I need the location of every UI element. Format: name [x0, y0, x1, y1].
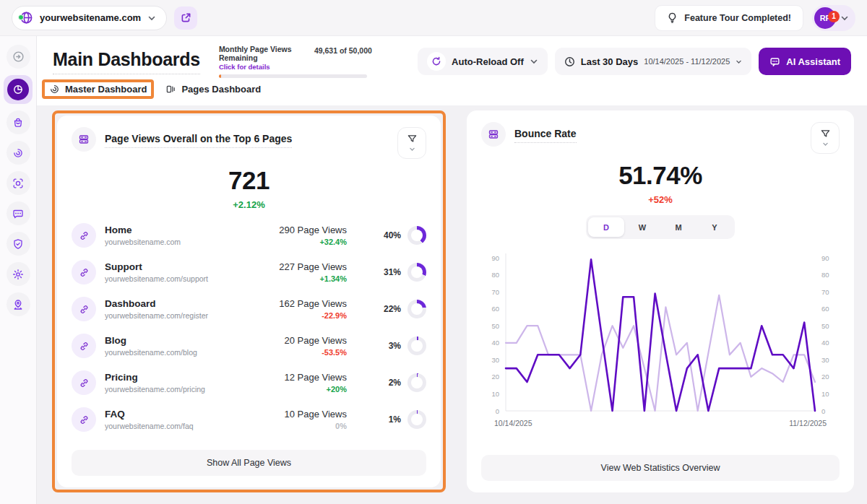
funnel-icon: [820, 129, 831, 139]
svg-text:70: 70: [821, 288, 829, 296]
show-all-page-views-button[interactable]: Show All Page Views: [72, 450, 426, 476]
page-name: Pricing: [105, 372, 205, 383]
filter-button[interactable]: [397, 127, 426, 159]
quota-label: Monthly Page Views Remaining: [219, 45, 309, 62]
annotation-box-card: Page Views Overall on the Top 6 Pages 72…: [52, 110, 446, 492]
chevron-down-icon: [840, 14, 849, 22]
tab-pages-dashboard[interactable]: Pages Dashboard: [165, 84, 261, 95]
dashboard-tabs: Master Dashboard Pages Dashboard: [37, 78, 867, 99]
link-icon: [72, 334, 96, 358]
card-title: Page Views Overall on the Top 6 Pages: [105, 133, 292, 148]
columns-icon: [165, 84, 176, 95]
svg-text:20: 20: [821, 373, 829, 381]
page-title: Main Dashboards: [53, 49, 200, 74]
chevron-down-icon: [147, 14, 156, 22]
sidebar-item-sessions[interactable]: [7, 141, 30, 165]
page-row[interactable]: Blog yourwebsitename.com/blog 20 Page Vi…: [72, 331, 426, 361]
ai-assistant-button[interactable]: AI Assistant: [759, 48, 851, 75]
svg-text:90: 90: [491, 254, 499, 262]
sidebar-item-security[interactable]: [7, 232, 30, 256]
page-views-count: 20 Page Views: [238, 335, 347, 346]
share-donut: [407, 410, 426, 429]
notification-badge: 1: [828, 11, 840, 22]
page-row[interactable]: FAQ yourwebsitename.com/faq 10 Page View…: [72, 404, 426, 435]
account-menu[interactable]: RF 1: [812, 5, 855, 31]
bounce-rate-chart: 0010102020303040405050606070708080909010…: [481, 248, 840, 430]
toggle-option-d[interactable]: D: [588, 217, 624, 237]
content-area: Page Views Overall on the Top 6 Pages 72…: [37, 105, 867, 504]
spiral-icon: [49, 84, 60, 95]
svg-text:40: 40: [491, 339, 499, 347]
pie-chart-icon: [7, 79, 29, 100]
link-icon: [72, 297, 96, 321]
server-stack-icon: [72, 127, 96, 152]
tab-label: Master Dashboard: [65, 84, 147, 95]
page-views-change: +1.34%: [238, 274, 347, 283]
header: Main Dashboards Monthly Page Views Remai…: [37, 36, 867, 105]
chevron-down-icon: [822, 141, 829, 147]
link-icon: [72, 223, 96, 248]
svg-text:70: 70: [491, 288, 499, 296]
svg-text:0: 0: [821, 407, 825, 415]
link-icon: [72, 260, 96, 284]
page-url: yourwebsitename.com/faq: [105, 422, 194, 430]
sidebar-item-location[interactable]: [7, 292, 30, 316]
auto-reload-dropdown[interactable]: Auto-Reload Off: [418, 48, 548, 75]
refresh-icon: [427, 52, 446, 71]
svg-text:60: 60: [821, 305, 829, 313]
page-views-count: 162 Page Views: [238, 298, 347, 309]
sidebar-toggle-button[interactable]: [7, 45, 30, 69]
filter-button[interactable]: [811, 122, 840, 154]
topbar: yourwebsitename.com Feature Tour Complet…: [0, 0, 867, 36]
page-row[interactable]: Pricing yourwebsitename.com/pricing 12 P…: [72, 368, 426, 398]
sidebar-item-settings[interactable]: [7, 262, 30, 286]
sidebar-item-dashboards[interactable]: [4, 75, 33, 104]
page-name: Blog: [105, 335, 197, 346]
view-web-statistics-button[interactable]: View Web Statistics Overview: [481, 455, 840, 481]
link-icon: [72, 407, 96, 432]
period-toggle: DWMY: [586, 215, 735, 239]
main-area: Main Dashboards Monthly Page Views Remai…: [37, 36, 867, 504]
clock-icon: [564, 56, 575, 67]
date-range-picker[interactable]: Last 30 Days 10/14/2025 - 11/12/2025: [555, 48, 752, 75]
sidebar-item-feedback[interactable]: [7, 201, 30, 225]
shopping-bag-icon: [12, 117, 24, 129]
date-range-label: Last 30 Days: [581, 56, 639, 67]
toggle-option-y[interactable]: Y: [696, 217, 733, 237]
svg-text:50: 50: [821, 322, 829, 330]
page-url: yourwebsitename.com/support: [105, 274, 208, 283]
page-name: FAQ: [105, 409, 194, 420]
page-row[interactable]: Support yourwebsitename.com/support 227 …: [72, 257, 426, 287]
site-selector[interactable]: yourwebsitename.com: [12, 6, 167, 30]
bounce-rate-change: +52%: [481, 194, 840, 205]
page-views-change: 0%: [238, 422, 347, 430]
gear-icon: [12, 269, 24, 280]
share-percent: 31%: [384, 267, 401, 277]
svg-text:30: 30: [491, 356, 499, 364]
total-page-views: 721: [72, 166, 426, 195]
globe-icon: [20, 11, 33, 25]
chevron-down-icon: [530, 57, 538, 66]
page-row[interactable]: Dashboard yourwebsitename.com/register 1…: [72, 294, 426, 324]
sidebar-item-store[interactable]: [7, 110, 30, 134]
page-views-change: -53.5%: [238, 348, 347, 357]
shield-check-icon: [12, 238, 24, 250]
external-link-icon: [181, 12, 191, 23]
open-site-button[interactable]: [174, 6, 197, 30]
annotation-box-tab: Master Dashboard: [42, 79, 154, 99]
share-donut: [407, 263, 426, 282]
quota-block: Monthly Page Views Remaining 49,631 of 5…: [219, 45, 372, 78]
toggle-option-m[interactable]: M: [660, 217, 696, 237]
feature-tour-button[interactable]: Feature Tour Completed!: [655, 5, 803, 31]
svg-text:10/14/2025: 10/14/2025: [494, 419, 532, 427]
quota-details-link[interactable]: Click for details: [219, 63, 372, 71]
page-row[interactable]: Home yourwebsitename.com 290 Page Views …: [72, 220, 426, 251]
svg-text:0: 0: [496, 407, 499, 415]
page-views-list: Home yourwebsitename.com 290 Page Views …: [72, 220, 426, 435]
focus-target-icon: [12, 178, 24, 189]
share-donut: [407, 300, 426, 318]
sidebar-item-focus[interactable]: [7, 171, 30, 195]
chevron-down-icon: [736, 58, 742, 65]
toggle-option-w[interactable]: W: [624, 217, 660, 237]
tab-master-dashboard[interactable]: Master Dashboard: [49, 84, 147, 95]
